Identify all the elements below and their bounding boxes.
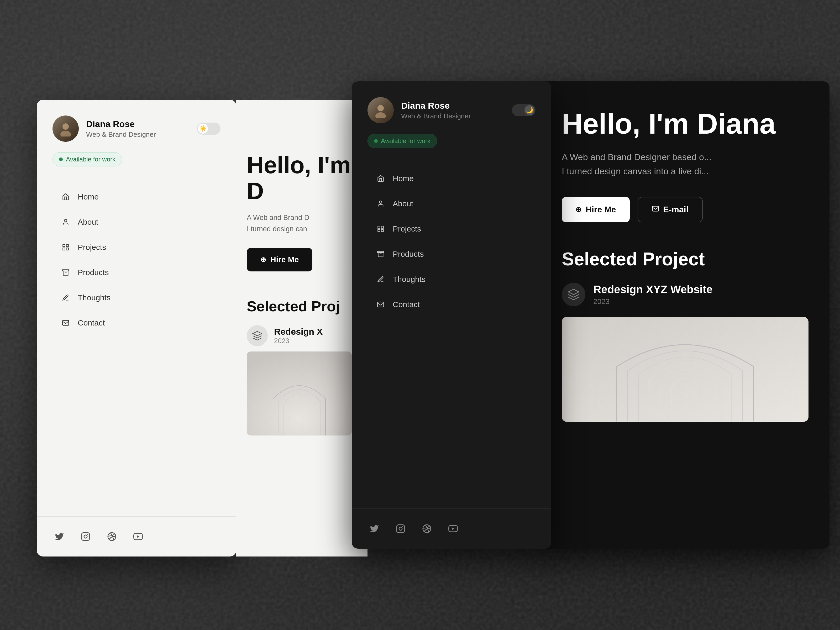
profile-role: Web & Brand Designer: [86, 131, 156, 139]
dark-status-section: Available for work: [352, 134, 551, 161]
hire-me-button-dark[interactable]: ⊕ Hire Me: [562, 197, 630, 222]
dark-nav-item-contact[interactable]: Contact: [368, 292, 535, 317]
hero-heading-dark: Hello, I'm Diana: [562, 107, 808, 139]
instagram-icon-light[interactable]: [79, 530, 92, 543]
svg-rect-7: [63, 270, 68, 271]
moon-icon: 🌙: [526, 107, 533, 114]
svg-point-27: [399, 527, 402, 530]
project-name-dark: Redesign XYZ Website: [593, 283, 712, 296]
nav-item-home[interactable]: Home: [52, 185, 221, 209]
dark-profile-role: Web & Brand Designer: [401, 112, 471, 120]
svg-rect-4: [66, 245, 68, 247]
dark-nav-label-about: About: [393, 199, 413, 208]
sun-icon: ☀️: [199, 125, 207, 132]
profile-info: Diana Rose Web & Brand Designer: [86, 118, 156, 139]
light-status-section: Available for work: [37, 152, 236, 180]
svg-point-2: [64, 219, 67, 222]
svg-rect-5: [63, 248, 65, 250]
twitter-icon-light[interactable]: [52, 530, 66, 543]
project-card-dark: Redesign XYZ Website 2023: [562, 283, 808, 306]
products-icon: [61, 268, 70, 277]
project-info-dark: Redesign XYZ Website 2023: [593, 283, 712, 306]
svg-rect-3: [63, 245, 65, 247]
nav-label-thoughts: Thoughts: [78, 293, 111, 302]
svg-rect-31: [652, 206, 658, 211]
twitter-icon-dark[interactable]: [368, 522, 381, 535]
hire-me-button-light[interactable]: ⊕ Hire Me: [247, 248, 313, 272]
youtube-icon-light[interactable]: [131, 530, 145, 543]
svg-point-28: [403, 526, 403, 527]
svg-point-18: [379, 201, 382, 204]
svg-rect-20: [381, 226, 383, 228]
email-label-dark: E-mail: [663, 205, 688, 215]
selected-project-title-light: Selected Proj: [247, 298, 357, 315]
svg-rect-9: [63, 321, 68, 325]
nav-label-about: About: [78, 218, 98, 227]
svg-rect-19: [378, 226, 380, 228]
svg-rect-26: [396, 525, 404, 533]
profile-row: Diana Rose Web & Brand Designer: [52, 115, 156, 142]
svg-marker-30: [452, 527, 455, 530]
profile-name: Diana Rose: [86, 118, 156, 129]
project-icon-light: [247, 325, 268, 346]
dark-panel: Diana Rose Web & Brand Designer 🌙 Availa…: [352, 81, 551, 549]
svg-marker-14: [137, 535, 140, 538]
svg-rect-25: [377, 302, 384, 307]
project-image-light: [247, 352, 352, 436]
dark-nav-label-thoughts: Thoughts: [393, 275, 426, 284]
home-icon: [61, 192, 70, 202]
dark-nav-item-about[interactable]: About: [368, 192, 535, 216]
content-panel-dark: Hello, I'm Diana A Web and Brand Designe…: [541, 81, 829, 549]
nav-item-projects[interactable]: Projects: [52, 235, 221, 259]
svg-point-16: [377, 105, 384, 111]
thoughts-icon: [61, 293, 70, 302]
avatar: [52, 115, 79, 142]
light-panel-content-overflow: Hello, I'm D A Web and Brand DI turned d…: [236, 100, 368, 556]
dark-nav-label-home: Home: [393, 174, 414, 183]
dark-thoughts-icon: [376, 275, 385, 284]
nav-item-products[interactable]: Products: [52, 261, 221, 284]
hire-me-label-light: Hire Me: [270, 255, 299, 264]
dark-nav-label-projects: Projects: [393, 224, 421, 234]
email-button-dark[interactable]: E-mail: [638, 197, 703, 222]
dribbble-icon-dark[interactable]: [420, 522, 434, 535]
selected-project-section-dark: Selected Project Redesign XYZ Website 20…: [562, 249, 808, 422]
selected-project-heading-dark: Selected Project: [562, 249, 808, 270]
dribbble-icon-light[interactable]: [105, 530, 118, 543]
nav-item-contact[interactable]: Contact: [52, 311, 221, 335]
toggle-thumb: ☀️: [198, 124, 208, 134]
nav-item-thoughts[interactable]: Thoughts: [52, 286, 221, 310]
svg-point-12: [88, 534, 88, 535]
theme-toggle-dark[interactable]: 🌙: [512, 104, 535, 116]
status-label: Available for work: [66, 156, 115, 163]
project-year-dark: 2023: [593, 297, 712, 306]
youtube-icon-dark[interactable]: [446, 522, 460, 535]
dark-profile-row: Diana Rose Web & Brand Designer: [368, 97, 471, 123]
dark-status-dot: [374, 139, 378, 143]
svg-rect-21: [378, 229, 380, 232]
svg-rect-10: [82, 533, 90, 540]
project-name-light: Redesign X: [274, 327, 323, 337]
dark-products-icon: [376, 249, 385, 259]
hire-me-label-dark: Hire Me: [586, 205, 616, 215]
dark-nav-item-home[interactable]: Home: [368, 166, 535, 191]
dark-social-footer: [352, 508, 551, 549]
hero-desc-light-overflow: A Web and Brand DI turned design can: [247, 212, 357, 235]
light-panel: Diana Rose Web & Brand Designer ☀️ Avail…: [37, 100, 236, 556]
svg-rect-6: [66, 248, 68, 250]
dark-toggle-thumb: 🌙: [524, 105, 534, 115]
user-icon: [61, 217, 70, 227]
dark-nav-label-products: Products: [393, 249, 424, 259]
instagram-icon-dark[interactable]: [394, 522, 407, 535]
mail-icon: [61, 318, 70, 328]
light-panel-header: Diana Rose Web & Brand Designer ☀️: [37, 100, 236, 152]
hire-me-plus-icon-dark: ⊕: [575, 205, 581, 214]
dark-nav: Home About Projects: [352, 161, 551, 508]
theme-toggle-light[interactable]: ☀️: [197, 123, 221, 135]
project-year-light: 2023: [274, 337, 323, 345]
dark-nav-item-products[interactable]: Products: [368, 242, 535, 266]
nav-item-about[interactable]: About: [52, 210, 221, 234]
dark-nav-item-thoughts[interactable]: Thoughts: [368, 267, 535, 291]
dark-nav-item-projects[interactable]: Projects: [368, 217, 535, 241]
dark-action-buttons: ⊕ Hire Me E-mail: [562, 197, 808, 222]
